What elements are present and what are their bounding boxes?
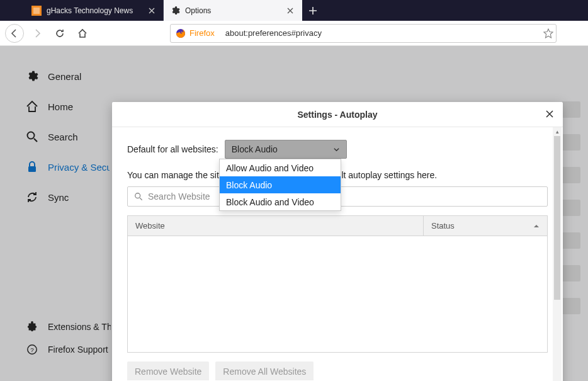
tab-label: gHacks Technology News	[47, 6, 142, 15]
modal-title: Settings - Autoplay	[297, 110, 377, 120]
scrollbar-thumb[interactable]	[554, 136, 560, 300]
default-select[interactable]: Block Audio	[225, 140, 347, 159]
select-value: Block Audio	[232, 144, 278, 154]
preferences-page: General Home Search Privacy & Security S…	[0, 46, 588, 381]
svg-rect-1	[33, 8, 40, 14]
default-row: Default for all websites: Block Audio	[127, 140, 548, 159]
option-allow-audio-video[interactable]: Allow Audio and Video	[220, 159, 341, 176]
url-text: about:preferences#privacy	[222, 28, 541, 38]
reload-button[interactable]	[50, 24, 69, 43]
titlebar-spacer	[0, 0, 25, 21]
tab-options[interactable]: Options	[164, 0, 302, 21]
svg-point-7	[135, 193, 140, 198]
modal-header: Settings - Autoplay	[112, 102, 563, 127]
nav-toolbar: Firefox about:preferences#privacy	[0, 21, 588, 46]
column-website[interactable]: Website	[128, 216, 424, 236]
titlebar: gHacks Technology News Options	[0, 0, 588, 21]
modal-scrollbar[interactable]: ▴ ▾	[553, 127, 562, 381]
option-block-audio[interactable]: Block Audio	[220, 176, 341, 193]
option-block-audio-video[interactable]: Block Audio and Video	[220, 193, 341, 210]
back-button[interactable]	[5, 24, 24, 43]
gear-icon	[170, 6, 180, 16]
column-status[interactable]: Status	[424, 216, 547, 236]
default-select-options: Allow Audio and Video Block Audio Block …	[219, 159, 341, 211]
url-bar[interactable]: Firefox about:preferences#privacy	[170, 24, 557, 43]
firefox-icon	[176, 28, 186, 38]
tab-ghacks[interactable]: gHacks Technology News	[25, 0, 164, 21]
autoplay-settings-modal: Settings - Autoplay Default for all webs…	[112, 102, 563, 381]
search-input[interactable]	[148, 191, 541, 202]
tab-label: Options	[185, 6, 280, 15]
search-icon	[134, 192, 143, 201]
remove-all-websites-button[interactable]: Remove All Websites	[215, 361, 314, 380]
remove-website-button[interactable]: Remove Website	[127, 361, 209, 380]
chevron-down-icon	[333, 146, 340, 153]
remove-buttons-row: Remove Website Remove All Websites	[127, 361, 548, 380]
close-icon[interactable]	[147, 6, 157, 16]
sort-up-icon	[533, 223, 540, 229]
identity-box[interactable]: Firefox	[171, 25, 222, 42]
table-header: Website Status	[128, 216, 547, 236]
close-icon[interactable]	[285, 6, 295, 16]
bookmark-star-icon[interactable]	[541, 28, 556, 38]
favicon-ghacks	[31, 6, 42, 16]
home-button[interactable]	[73, 24, 92, 43]
scroll-up-icon[interactable]: ▴	[553, 127, 562, 136]
default-label: Default for all websites:	[127, 144, 218, 154]
exceptions-table: Website Status	[127, 215, 548, 353]
identity-label: Firefox	[189, 28, 215, 38]
forward-button[interactable]	[28, 24, 47, 43]
modal-close-button[interactable]	[543, 107, 557, 121]
new-tab-button[interactable]	[302, 0, 324, 21]
modal-body: Default for all websites: Block Audio Yo…	[112, 127, 563, 380]
